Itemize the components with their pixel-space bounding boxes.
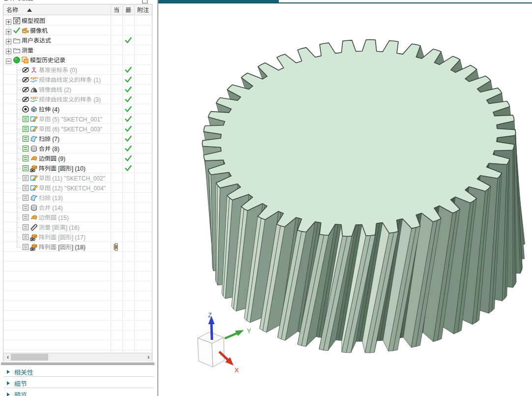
svg-text:(11) "SKETCH_002": (11) "SKETCH_002" [51, 175, 105, 182]
svg-text:(2): (2) [62, 86, 71, 93]
svg-text:(8): (8) [51, 145, 59, 152]
svg-text:] (17): ] (17) [72, 234, 86, 241]
svg-text:(14): (14) [51, 204, 63, 211]
svg-text:(15): (15) [57, 214, 69, 221]
svg-text:[: [ [51, 224, 54, 231]
svg-text:Y: Y [247, 327, 251, 335]
svg-text:[: [ [57, 165, 60, 172]
svg-text:(3): (3) [92, 96, 101, 103]
svg-text:(4): (4) [51, 106, 59, 113]
svg-text:[: [ [57, 244, 60, 250]
svg-text:Z: Z [208, 311, 212, 319]
svg-text:] (16): ] (16) [66, 224, 80, 231]
svg-text:(0): (0) [68, 66, 77, 73]
svg-text:(7): (7) [51, 135, 59, 142]
svg-text:X: X [235, 366, 239, 374]
svg-text:(9): (9) [57, 155, 65, 162]
svg-text:(12) "SKETCH_004": (12) "SKETCH_004" [51, 184, 106, 191]
svg-text:] (18): ] (18) [72, 244, 86, 250]
svg-text:] (10): ] (10) [72, 165, 86, 172]
svg-text:(13): (13) [51, 194, 63, 201]
svg-text:[: [ [57, 234, 60, 241]
svg-text:(5) "SKETCH_001": (5) "SKETCH_001" [51, 116, 102, 122]
svg-text:(1): (1) [92, 76, 101, 83]
svg-text:xyz=: xyz= [30, 76, 38, 80]
svg-text:xyz=: xyz= [30, 95, 38, 100]
svg-text:(6) "SKETCH_003": (6) "SKETCH_003" [51, 125, 102, 132]
